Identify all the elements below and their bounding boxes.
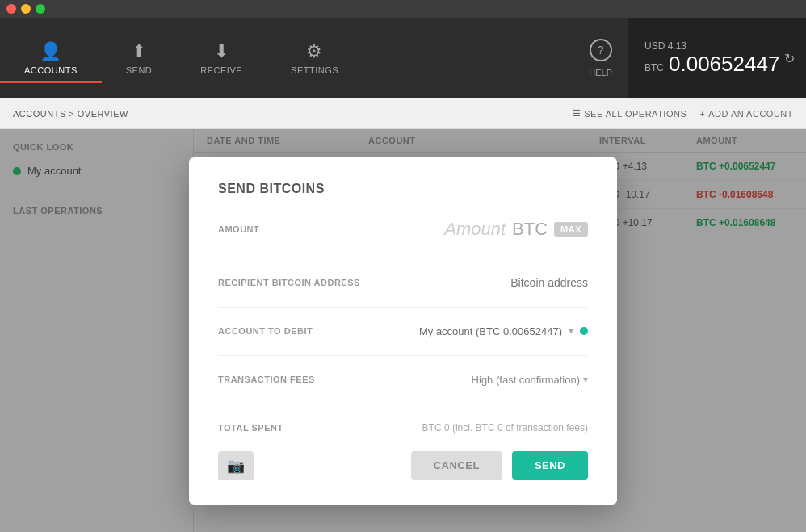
modal-footer: 📷 CANCEL SEND [218, 451, 588, 480]
nav-item-help[interactable]: ? HELP [573, 31, 628, 86]
breadcrumb-overview: OVERVIEW [78, 109, 128, 119]
send-icon: ⬆ [132, 41, 147, 62]
account-debit-label: ACCOUNT TO DEBIT [218, 326, 347, 336]
title-bar [0, 0, 806, 18]
account-select-dot [580, 327, 588, 335]
nav-label-receive: RECEIVE [200, 65, 242, 75]
breadcrumb: ACCOUNTS > OVERVIEW [13, 109, 128, 119]
nav-label-accounts: ACCOUNTS [24, 65, 78, 75]
see-all-label: SEE ALL OPERATIONS [584, 109, 686, 119]
fees-row: TRANSACTION FEES High (fast confirmation… [218, 374, 588, 386]
recipient-row: RECIPIENT BITCOIN ADDRESS [218, 276, 588, 289]
account-select-value: My account (BTC 0.00652447) [419, 325, 562, 337]
amount-input-area: Amount BTC MAX [347, 219, 588, 240]
amount-btc-label: BTC [512, 219, 548, 240]
plus-icon: + [699, 109, 705, 119]
nav-label-settings: SETTINGS [291, 65, 338, 75]
fees-separator [218, 404, 588, 404]
recipient-separator [218, 307, 588, 308]
nav-item-settings[interactable]: ⚙ SETTINGS [267, 33, 363, 83]
refresh-icon[interactable]: ↻ [784, 51, 795, 66]
camera-button[interactable]: 📷 [218, 451, 254, 480]
modal-title: SEND BITCOINS [218, 182, 588, 196]
chevron-down-icon: ▾ [569, 325, 573, 337]
cancel-button[interactable]: CANCEL [411, 451, 502, 480]
amount-label: AMOUNT [218, 224, 347, 234]
total-spent-row: TOTAL SPENT BTC 0 (incl. BTC 0 of transa… [218, 422, 588, 434]
fees-label: TRANSACTION FEES [218, 375, 347, 384]
camera-icon: 📷 [227, 457, 245, 475]
nav-label-send: SEND [126, 65, 153, 75]
help-icon: ? [590, 39, 612, 61]
main-area: QUICK LOOK My account LAST OPERATIONS DA… [0, 129, 806, 532]
fees-chevron-icon: ▾ [583, 374, 588, 385]
add-account-label: ADD AN ACCOUNT [708, 109, 793, 119]
settings-icon: ⚙ [306, 41, 323, 62]
nav-label-help: HELP [589, 68, 612, 77]
modal-overlay: SEND BITCOINS AMOUNT Amount BTC MAX RECI… [0, 129, 806, 532]
breadcrumb-accounts[interactable]: ACCOUNTS [13, 109, 66, 119]
balance-usd: USD 4.13 [644, 40, 790, 52]
nav-item-accounts[interactable]: 👤 ACCOUNTS [0, 33, 102, 83]
minimize-button[interactable] [21, 4, 31, 14]
balance-area: USD 4.13 BTC 0.00652447 ↻ [628, 18, 806, 98]
amount-separator [218, 258, 588, 258]
recipient-label: RECIPIENT BITCOIN ADDRESS [218, 278, 360, 287]
nav-item-receive[interactable]: ⬇ RECEIVE [176, 33, 267, 83]
amount-placeholder: Amount [444, 219, 506, 240]
total-spent-label: TOTAL SPENT [218, 423, 347, 433]
top-nav: 👤 ACCOUNTS ⬆ SEND ⬇ RECEIVE ⚙ SETTINGS ?… [0, 18, 806, 98]
maximize-button[interactable] [36, 4, 45, 14]
send-bitcoins-modal: SEND BITCOINS AMOUNT Amount BTC MAX RECI… [189, 157, 617, 505]
breadcrumb-actions: ☰ SEE ALL OPERATIONS + ADD AN ACCOUNT [573, 108, 793, 119]
balance-btc-row: BTC 0.00652447 [644, 52, 790, 77]
account-debit-row: ACCOUNT TO DEBIT My account (BTC 0.00652… [218, 325, 588, 337]
receive-icon: ⬇ [214, 41, 229, 62]
close-button[interactable] [6, 4, 16, 14]
recipient-input[interactable] [360, 276, 588, 289]
balance-btc-label: BTC [644, 62, 664, 73]
total-spent-value: BTC 0 (incl. BTC 0 of transaction fees) [422, 422, 588, 434]
nav-item-send[interactable]: ⬆ SEND [102, 33, 177, 83]
fees-dropdown[interactable]: High (fast confirmation) ▾ [472, 374, 588, 386]
balance-btc-value: 0.00652447 [669, 52, 779, 77]
amount-row: AMOUNT Amount BTC MAX [218, 219, 588, 240]
list-icon: ☰ [573, 108, 581, 119]
max-button[interactable]: MAX [554, 222, 588, 237]
add-account-button[interactable]: + ADD AN ACCOUNT [699, 109, 793, 119]
send-button[interactable]: SEND [512, 451, 588, 480]
footer-buttons: CANCEL SEND [411, 451, 588, 480]
see-all-operations-button[interactable]: ☰ SEE ALL OPERATIONS [573, 108, 687, 119]
nav-items: 👤 ACCOUNTS ⬆ SEND ⬇ RECEIVE ⚙ SETTINGS [0, 33, 573, 83]
account-select-dropdown[interactable]: My account (BTC 0.00652447) ▾ [419, 325, 588, 337]
fees-value: High (fast confirmation) [472, 374, 580, 386]
breadcrumb-bar: ACCOUNTS > OVERVIEW ☰ SEE ALL OPERATIONS… [0, 98, 806, 129]
breadcrumb-separator: > [69, 109, 77, 119]
debit-separator [218, 355, 588, 356]
accounts-icon: 👤 [40, 41, 62, 62]
